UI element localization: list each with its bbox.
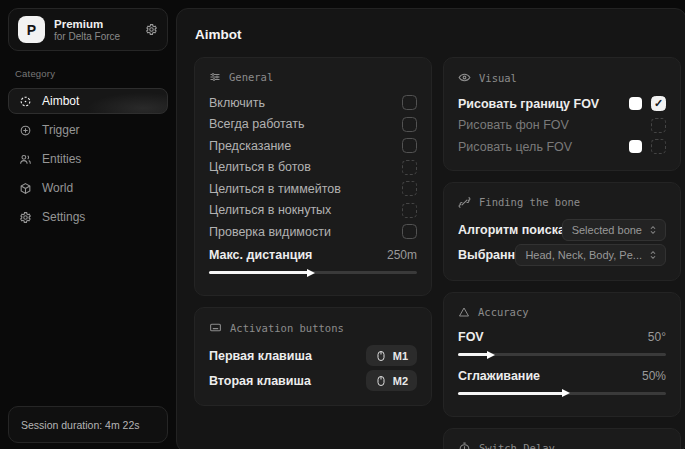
- world-icon: [19, 182, 32, 195]
- sidebar-item-entities[interactable]: Entities: [8, 146, 168, 172]
- setting-label: Целиться в тиммейтов: [209, 182, 402, 196]
- color-swatch[interactable]: [629, 140, 642, 153]
- slider-fill: [458, 392, 564, 395]
- triangle-icon: [458, 306, 470, 318]
- chevron-up-down-icon: [648, 225, 658, 235]
- checkbox-aim-knocked[interactable]: [402, 203, 417, 218]
- setting-row: Всегда работать: [209, 114, 417, 136]
- card-visual: Visual Рисовать границу FOV ✓ Рисовать ф…: [443, 57, 681, 171]
- checkbox-draw-fov-background[interactable]: [651, 118, 666, 133]
- trigger-icon: [19, 124, 32, 137]
- slider-row: FOV 50°: [458, 327, 666, 349]
- setting-label: Предсказание: [209, 139, 402, 153]
- checkbox-draw-fov-target[interactable]: [651, 139, 666, 154]
- slider-value: 250m: [387, 248, 417, 262]
- bone-algorithm-select[interactable]: Selected bone: [562, 219, 666, 241]
- session-duration-text: Session duration: 4m 22s: [21, 419, 139, 431]
- dropdown-row: Выбранные кос Head, Neck, Body, Pe...: [458, 243, 666, 268]
- setting-label: Рисовать фон FOV: [458, 118, 651, 132]
- selected-value: Head, Neck, Body, Pe...: [525, 249, 642, 261]
- brand-logo: P: [18, 16, 45, 43]
- sidebar-item-label: Trigger: [42, 123, 80, 137]
- slider-row: Макс. дистанция 250m: [209, 245, 417, 267]
- session-duration: Session duration: 4m 22s: [8, 406, 168, 443]
- slider-handle[interactable]: [307, 269, 315, 277]
- slider-handle[interactable]: [562, 389, 570, 397]
- checkbox-aim-bots[interactable]: [402, 160, 417, 175]
- checkbox-prediction[interactable]: [402, 138, 417, 153]
- smoothing-slider[interactable]: [458, 392, 666, 395]
- dropdown-row: Алгоритм поиска кост Selected bone: [458, 218, 666, 243]
- slider-fill: [458, 353, 489, 356]
- setting-row: Целиться в ботов: [209, 157, 417, 179]
- setting-label: Рисовать цель FOV: [458, 140, 629, 154]
- max-distance-slider[interactable]: [209, 271, 417, 274]
- keybind-row: Первая клавиша M1: [209, 343, 417, 368]
- fov-slider[interactable]: [458, 353, 666, 356]
- section-title: Activation buttons: [230, 322, 344, 334]
- bone-icon: [458, 196, 471, 209]
- gear-icon[interactable]: [145, 23, 158, 36]
- sidebar: P Premium for Delta Force Category Aimbo…: [0, 0, 176, 449]
- app-window: P Premium for Delta Force Category Aimbo…: [0, 0, 685, 449]
- checkbox-visibility-check[interactable]: [402, 224, 417, 239]
- sidebar-item-label: Aimbot: [42, 94, 79, 108]
- section-title: Visual: [479, 72, 517, 84]
- setting-label: Целиться в ботов: [209, 160, 402, 174]
- keybind-button-m1[interactable]: M1: [366, 345, 417, 366]
- section-title: Accuracy: [478, 306, 529, 318]
- setting-row: Рисовать границу FOV ✓: [458, 93, 666, 115]
- keybind-value: M1: [393, 350, 408, 362]
- slider-value: 50%: [642, 369, 666, 383]
- selected-bones-select[interactable]: Head, Neck, Body, Pe...: [515, 244, 666, 266]
- section-title: Switch Delay: [479, 442, 555, 449]
- setting-label: Целиться в нокнутых: [209, 203, 402, 217]
- main-panel: Aimbot General Включить: [176, 8, 685, 449]
- brand-text: Premium for Delta Force: [54, 18, 136, 42]
- setting-row: Целиться в нокнутых: [209, 200, 417, 222]
- setting-row: Проверка видимости: [209, 221, 417, 243]
- sidebar-item-world[interactable]: World: [8, 175, 168, 201]
- checkbox-draw-fov-border[interactable]: ✓: [651, 96, 666, 111]
- setting-row: Целиться в тиммейтов: [209, 178, 417, 200]
- left-column: General Включить Всегда работать Предска…: [194, 57, 432, 417]
- crosshair-icon: [19, 95, 32, 108]
- mouse-icon: [375, 350, 387, 362]
- keybind-label: Вторая клавиша: [209, 374, 366, 388]
- sidebar-item-trigger[interactable]: Trigger: [8, 117, 168, 143]
- slider-label: Макс. дистанция: [209, 248, 387, 262]
- brand-title: Premium: [54, 18, 136, 30]
- sidebar-item-settings[interactable]: Settings: [8, 204, 168, 230]
- right-column: Visual Рисовать границу FOV ✓ Рисовать ф…: [443, 57, 681, 449]
- checkbox-always-work[interactable]: [402, 117, 417, 132]
- brand-box: P Premium for Delta Force: [8, 8, 168, 51]
- card-accuracy: Accuracy FOV 50° Сглаживание 50%: [443, 292, 681, 417]
- timer-icon: [458, 442, 471, 449]
- page-title: Aimbot: [195, 27, 674, 42]
- checkbox-enable[interactable]: [402, 95, 417, 110]
- slider-handle[interactable]: [487, 351, 495, 359]
- color-swatch[interactable]: [629, 97, 642, 110]
- chevron-up-down-icon: [648, 250, 658, 260]
- card-finding-bone: Finding the bone Алгоритм поиска кост Se…: [443, 182, 681, 281]
- category-label: Category: [15, 68, 168, 79]
- settings-icon: [19, 211, 32, 224]
- keybind-button-m2[interactable]: M2: [366, 370, 417, 391]
- sidebar-item-aimbot[interactable]: Aimbot: [8, 88, 168, 114]
- setting-label: Рисовать границу FOV: [458, 97, 629, 111]
- setting-label: Проверка видимости: [209, 225, 402, 239]
- eye-icon: [458, 71, 471, 84]
- section-title: Finding the bone: [479, 196, 580, 208]
- setting-row: Рисовать цель FOV: [458, 136, 666, 158]
- keybind-label: Первая клавиша: [209, 349, 366, 363]
- mouse-icon: [375, 375, 387, 387]
- slider-label: Сглаживание: [458, 369, 642, 383]
- card-activation-buttons: Activation buttons Первая клавиша M1 Вто…: [194, 307, 432, 406]
- dropdown-label: Выбранные кос: [458, 248, 515, 262]
- sidebar-item-label: Settings: [42, 210, 85, 224]
- card-switch-delay: Switch Delay Задержка переключения Задер…: [443, 428, 681, 449]
- selected-value: Selected bone: [572, 224, 642, 236]
- checkbox-aim-teammates[interactable]: [402, 181, 417, 196]
- slider-value: 50°: [648, 330, 666, 344]
- section-title: General: [229, 71, 273, 83]
